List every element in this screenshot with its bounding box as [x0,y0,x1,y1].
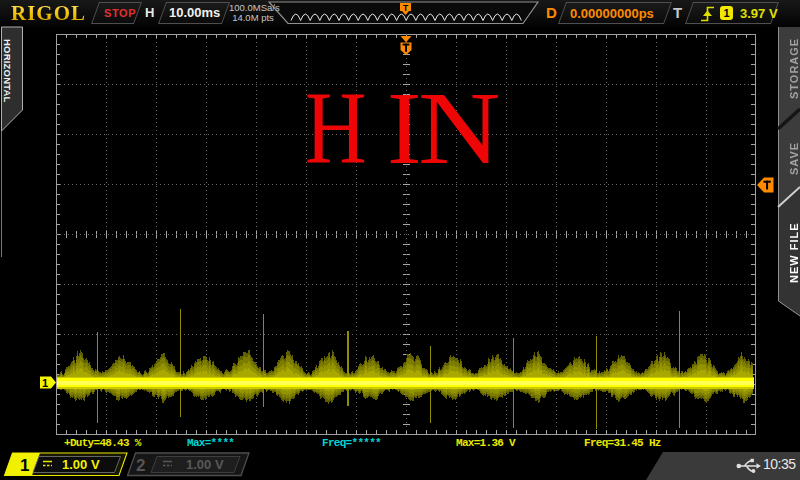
svg-text:1: 1 [20,456,29,475]
svg-text:1.00 V: 1.00 V [186,457,224,472]
svg-text:1.00 V: 1.00 V [62,457,100,472]
svg-text:1: 1 [42,377,48,389]
svg-text:2: 2 [136,456,145,475]
svg-text:T: T [403,3,409,13]
